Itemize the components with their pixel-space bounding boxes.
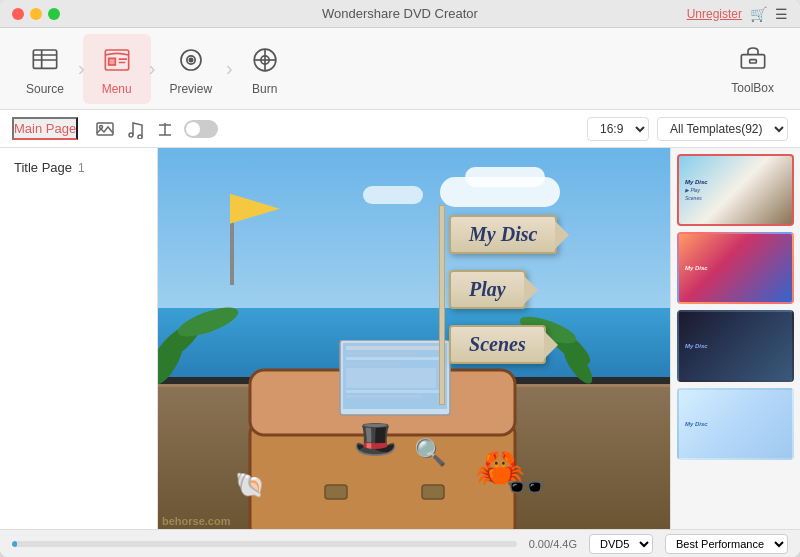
progress-text: 0.00/4.4G bbox=[529, 538, 577, 550]
svg-rect-40 bbox=[346, 368, 436, 388]
source-icon bbox=[27, 42, 63, 78]
window-title: Wondershare DVD Creator bbox=[322, 6, 478, 21]
left-panel: Title Page 1 bbox=[0, 148, 158, 529]
burn-label: Burn bbox=[252, 82, 277, 96]
thumb1-title: My Disc bbox=[685, 179, 708, 185]
thumb1-play: ▶ Play bbox=[685, 187, 700, 193]
quality-select[interactable]: Best Performance bbox=[665, 534, 788, 554]
svg-rect-37 bbox=[346, 352, 416, 355]
svg-rect-39 bbox=[346, 362, 401, 365]
page-label: Title Page bbox=[14, 160, 72, 175]
menu-toolbar-icon bbox=[99, 42, 135, 78]
svg-rect-32 bbox=[325, 485, 347, 499]
hat: 🎩 bbox=[353, 418, 398, 460]
thumb2-text: My Disc bbox=[685, 265, 708, 271]
right-panel-templates: My Disc ▶ Play Scenes My Disc My Disc bbox=[670, 148, 800, 529]
music-icon[interactable] bbox=[124, 118, 146, 140]
main-window: Wondershare DVD Creator Unregister 🛒 ☰ S… bbox=[0, 0, 800, 557]
toggle-switch[interactable] bbox=[184, 120, 218, 138]
text-icon[interactable] bbox=[154, 118, 176, 140]
window-controls bbox=[12, 8, 60, 20]
status-bar: 0.00/4.4G DVD5 Best Performance bbox=[0, 529, 800, 557]
progress-bar bbox=[12, 541, 517, 547]
image-icon[interactable] bbox=[94, 118, 116, 140]
main-toolbar: Source › Menu › bbox=[0, 28, 800, 110]
toolbar-toolbox[interactable]: ToolBox bbox=[715, 35, 790, 103]
toolbar-source[interactable]: Source bbox=[10, 34, 80, 104]
preview-area: 🦀 🕶️ 🎩 🔍 🐚 My Disc Play bbox=[158, 148, 670, 529]
svg-rect-36 bbox=[346, 346, 444, 350]
svg-rect-33 bbox=[422, 485, 444, 499]
burn-icon bbox=[247, 42, 283, 78]
preview-icon bbox=[173, 42, 209, 78]
cloud-2 bbox=[465, 167, 545, 187]
sign-play: Play bbox=[449, 270, 526, 309]
magnifier: 🔍 bbox=[414, 437, 446, 468]
dvd-preview: 🦀 🕶️ 🎩 🔍 🐚 My Disc Play bbox=[158, 148, 670, 529]
thumb1-scenes: Scenes bbox=[685, 195, 702, 201]
svg-rect-15 bbox=[741, 54, 764, 67]
svg-rect-42 bbox=[346, 395, 421, 398]
template-thumb-1[interactable]: My Disc ▶ Play Scenes bbox=[677, 154, 794, 226]
signpost: My Disc Play Scenes bbox=[433, 205, 557, 364]
toolbar-preview[interactable]: Preview bbox=[153, 34, 228, 104]
toolbar-menu[interactable]: Menu bbox=[83, 34, 151, 104]
sub-toolbar: Main Page bbox=[0, 110, 800, 148]
progress-fill bbox=[12, 541, 17, 547]
page-item-title[interactable]: Title Page 1 bbox=[8, 156, 149, 179]
title-bar: Wondershare DVD Creator Unregister 🛒 ☰ bbox=[0, 0, 800, 28]
template-thumb-2[interactable]: My Disc bbox=[677, 232, 794, 304]
toolbar-items: Source › Menu › bbox=[10, 34, 299, 104]
template-select[interactable]: All Templates(92) bbox=[657, 117, 788, 141]
sign-scenes: Scenes bbox=[449, 325, 546, 364]
preview-label: Preview bbox=[169, 82, 212, 96]
sub-toolbar-right: 16:9 All Templates(92) bbox=[587, 117, 788, 141]
toolbox-label: ToolBox bbox=[731, 81, 774, 95]
sign-mydisc: My Disc bbox=[449, 215, 557, 254]
sign-post bbox=[439, 205, 445, 405]
menu-icon[interactable]: ☰ bbox=[775, 6, 788, 22]
svg-point-18 bbox=[100, 125, 103, 128]
ratio-select[interactable]: 16:9 bbox=[587, 117, 649, 141]
sub-icons bbox=[94, 118, 218, 140]
template-thumb-4[interactable]: My Disc bbox=[677, 388, 794, 460]
thumb4-text: My Disc bbox=[685, 421, 708, 427]
close-button[interactable] bbox=[12, 8, 24, 20]
svg-rect-5 bbox=[108, 58, 115, 65]
cart-icon[interactable]: 🛒 bbox=[750, 6, 767, 22]
minimize-button[interactable] bbox=[30, 8, 42, 20]
main-page-button[interactable]: Main Page bbox=[12, 117, 78, 140]
watermark: behorse.com bbox=[162, 515, 230, 527]
svg-rect-41 bbox=[346, 390, 444, 393]
page-number: 1 bbox=[78, 161, 85, 175]
svg-point-25 bbox=[174, 302, 241, 343]
source-label: Source bbox=[26, 82, 64, 96]
maximize-button[interactable] bbox=[48, 8, 60, 20]
svg-rect-16 bbox=[749, 59, 756, 62]
main-content: Title Page 1 bbox=[0, 148, 800, 529]
svg-point-19 bbox=[129, 133, 133, 137]
sunglasses: 🕶️ bbox=[506, 468, 546, 506]
toolbox-icon bbox=[738, 43, 768, 77]
template-thumb-3[interactable]: My Disc bbox=[677, 310, 794, 382]
title-bar-right: Unregister 🛒 ☰ bbox=[687, 6, 788, 22]
svg-point-20 bbox=[138, 135, 142, 139]
shell: 🐚 bbox=[235, 471, 265, 499]
cloud-3 bbox=[363, 186, 423, 204]
thumb3-text: My Disc bbox=[685, 343, 708, 349]
toolbar-burn[interactable]: Burn bbox=[231, 34, 299, 104]
menu-label: Menu bbox=[102, 82, 132, 96]
svg-point-10 bbox=[189, 58, 192, 61]
unregister-link[interactable]: Unregister bbox=[687, 7, 742, 21]
svg-rect-38 bbox=[346, 357, 444, 360]
disc-select[interactable]: DVD5 bbox=[589, 534, 653, 554]
